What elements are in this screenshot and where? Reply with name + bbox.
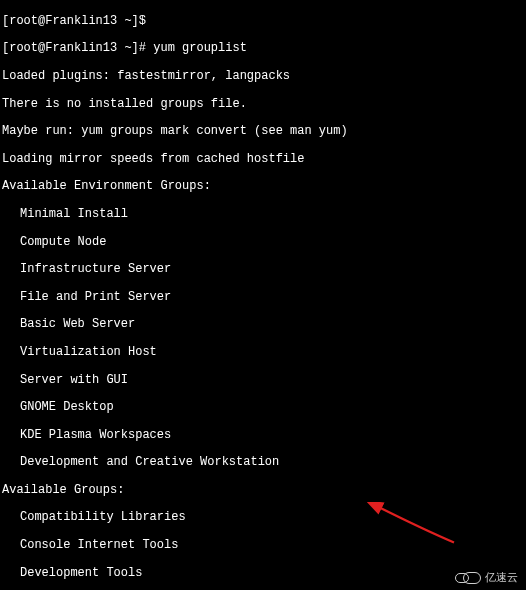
- group-item: Development Tools: [2, 567, 526, 581]
- output-header: Available Groups:: [2, 484, 526, 498]
- group-item: Basic Web Server: [2, 318, 526, 332]
- output-line: Maybe run: yum groups mark convert (see …: [2, 125, 526, 139]
- prompt-line: [root@Franklin13 ~]# yum grouplist: [2, 42, 526, 56]
- command-grouplist: yum grouplist: [153, 41, 247, 55]
- group-item: Console Internet Tools: [2, 539, 526, 553]
- group-item: Compute Node: [2, 236, 526, 250]
- cloud-icon: [455, 570, 481, 584]
- output-line: Loading mirror speeds from cached hostfi…: [2, 153, 526, 167]
- group-item: Server with GUI: [2, 374, 526, 388]
- terminal-output[interactable]: [root@Franklin13 ~]$ [root@Franklin13 ~]…: [0, 0, 526, 590]
- watermark-text: 亿速云: [485, 571, 518, 584]
- watermark: 亿速云: [455, 570, 518, 584]
- prompt-line: [root@Franklin13 ~]$: [2, 15, 526, 29]
- output-line: There is no installed groups file.: [2, 98, 526, 112]
- group-item: Minimal Install: [2, 208, 526, 222]
- group-item: GNOME Desktop: [2, 401, 526, 415]
- group-item: Virtualization Host: [2, 346, 526, 360]
- output-header: Available Environment Groups:: [2, 180, 526, 194]
- group-item: File and Print Server: [2, 291, 526, 305]
- group-item: Development and Creative Workstation: [2, 456, 526, 470]
- output-line: Loaded plugins: fastestmirror, langpacks: [2, 70, 526, 84]
- group-item: KDE Plasma Workspaces: [2, 429, 526, 443]
- group-item: Infrastructure Server: [2, 263, 526, 277]
- group-item: Compatibility Libraries: [2, 511, 526, 525]
